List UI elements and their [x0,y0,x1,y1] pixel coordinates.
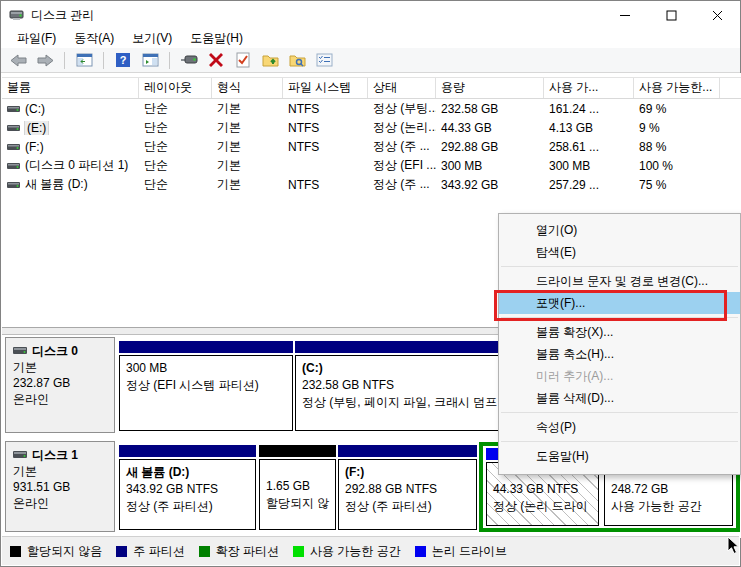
disk-management-window: 디스크 관리 파일(F) 동작(A) 보기(V) 도움말(H) ? 볼륨 [0,0,741,567]
column-header-pct-free[interactable]: 사용 가능한... [634,78,720,98]
action-pane-icon[interactable] [139,50,161,71]
mouse-cursor [727,536,740,558]
column-header-type[interactable]: 형식 [212,78,283,98]
toolbar: ? [1,48,740,73]
minimize-button[interactable] [602,1,648,29]
menu-item-open[interactable]: 열기(O) [499,219,740,241]
menu-bar: 파일(F) 동작(A) 보기(V) 도움말(H) [1,29,740,48]
table-row-disk0-part1[interactable]: (디스크 0 파티션 1) 단순 기본 정상 (EFI ... 300 MB 3… [2,156,741,175]
legend-free-space: 사용 가능한 공간 [293,543,401,560]
legend-swatch [10,546,21,557]
table-row-d[interactable]: 새 볼륨 (D:) 단순 기본 NTFS 정상 (주 ... 343.92 GB… [2,175,741,194]
partition-title: 새 볼륨 (D:) [126,464,249,481]
volume-name: (F:) [25,140,44,154]
title-bar: 디스크 관리 [1,1,740,29]
partition-size: 248.72 GB [611,481,726,498]
partition-status: 정상 (주 파티션) [126,498,249,515]
table-row-f[interactable]: (F:) 단순 기본 NTFS 정상 (주 ... 292.88 GB 258.… [2,137,741,156]
partition-size: 300 MB [126,360,286,377]
menu-view[interactable]: 보기(V) [123,28,181,49]
partition-header [119,341,293,353]
disk-0-info[interactable]: 디스크 0 기본 232.87 GB 온라인 [5,337,115,433]
partition-size: 44.33 GB NTFS [493,481,592,498]
view-options-icon[interactable] [313,50,335,71]
column-header-filesystem[interactable]: 파일 시스템 [283,78,368,98]
column-header-status[interactable]: 상태 [368,78,436,98]
drive-properties-icon[interactable] [178,50,200,71]
volume-name: 새 볼륨 (D:) [25,176,88,193]
volume-name: (C:) [25,102,45,116]
disk-icon [13,447,27,463]
menu-help[interactable]: 도움말(H) [181,28,252,49]
menu-separator [501,412,738,413]
forward-icon[interactable] [34,50,56,71]
column-header-capacity[interactable]: 용량 [436,78,544,98]
open-folder-icon[interactable] [259,50,281,71]
legend-primary-partition: 주 파티션 [116,543,184,560]
delete-volume-icon[interactable] [205,50,227,71]
check-document-icon[interactable] [232,50,254,71]
menu-item-properties[interactable]: 속성(P) [499,416,740,438]
menu-separator [501,441,738,442]
context-menu: 열기(O) 탐색(E) 드라이브 문자 및 경로 변경(C)... 포맷(F).… [498,213,741,475]
volume-name: (디스크 0 파티션 1) [25,157,128,174]
menu-item-add-mirror: 미러 추가(A)... [499,365,740,387]
disk-icon [13,343,27,359]
disk-name: 디스크 1 [32,447,78,463]
menu-item-delete-volume[interactable]: 볼륨 삭제(D)... [499,387,740,409]
column-header-free[interactable]: 사용 가... [544,78,634,98]
volume-name: (E:) [25,121,48,135]
legend-unallocated: 할당되지 않음 [10,543,102,560]
help-icon[interactable]: ? [112,50,134,71]
table-row-c[interactable]: (C:) 단순 기본 NTFS 정상 (부팅... 232.58 GB 161.… [2,99,741,118]
partition-unallocated[interactable]: 1.65 GB 할당되지 않 [259,445,336,530]
table-row-e-selected[interactable]: (E:) 단순 기본 NTFS 정상 (논리... 44.33 GB 4.13 … [2,118,741,137]
partition-size: 292.88 GB NTFS [345,481,470,498]
column-header-layout[interactable]: 레이아웃 [139,78,212,98]
partition-header [338,445,477,457]
disk-1-info[interactable]: 디스크 1 기본 931.51 GB 온라인 [5,441,115,532]
window-controls [602,1,740,29]
legend-swatch [116,546,127,557]
disk-kind: 기본 [13,463,114,479]
disk-status: 온라인 [13,391,114,407]
menu-item-extend-volume[interactable]: 볼륨 확장(X)... [499,321,740,343]
back-icon[interactable] [7,50,29,71]
partition-size: 343.92 GB NTFS [126,481,249,498]
partition-efi[interactable]: 300 MB 정상 (EFI 시스템 파티션) [119,341,293,431]
partition-status: 정상 (EFI 시스템 파티션) [126,377,286,394]
partition-size: 1.65 GB [266,478,329,495]
partition-status: 정상 (주 파티션) [345,498,470,515]
drive-icon [7,178,20,192]
partition-d[interactable]: 새 볼륨 (D:) 343.92 GB NTFS 정상 (주 파티션) [119,445,256,530]
close-button[interactable] [694,1,740,29]
console-tree-icon[interactable] [73,50,95,71]
window-title: 디스크 관리 [31,7,94,24]
legend-swatch [199,546,210,557]
app-icon [9,7,25,23]
partition-status: 할당되지 않 [266,495,329,512]
legend-logical-drive: 논리 드라이브 [415,543,507,560]
legend-swatch [415,546,426,557]
partition-status: 정상 (논리 드라이 [493,498,592,515]
legend-extended-partition: 확장 파티션 [199,543,279,560]
partition-header [119,445,256,457]
menu-item-explore[interactable]: 탐색(E) [499,241,740,263]
menu-item-change-drive-letter[interactable]: 드라이브 문자 및 경로 변경(C)... [499,270,740,292]
toolbar-separator [103,52,104,69]
menu-file[interactable]: 파일(F) [8,28,65,49]
menu-item-help[interactable]: 도움말(H) [499,445,740,467]
drive-icon [7,140,20,154]
menu-action[interactable]: 동작(A) [65,28,123,49]
menu-item-shrink-volume[interactable]: 볼륨 축소(H)... [499,343,740,365]
disk-kind: 기본 [13,359,114,375]
legend-swatch [293,546,304,557]
partition-f[interactable]: (F:) 292.88 GB NTFS 정상 (주 파티션) [338,445,477,530]
partition-title: (F:) [345,464,470,481]
explore-folder-icon[interactable] [286,50,308,71]
disk-status: 온라인 [13,495,114,511]
disk-size: 931.51 GB [13,479,114,495]
column-header-volume[interactable]: 볼륨 [2,78,139,98]
annotation-highlight-rectangle [494,290,727,321]
maximize-button[interactable] [648,1,694,29]
